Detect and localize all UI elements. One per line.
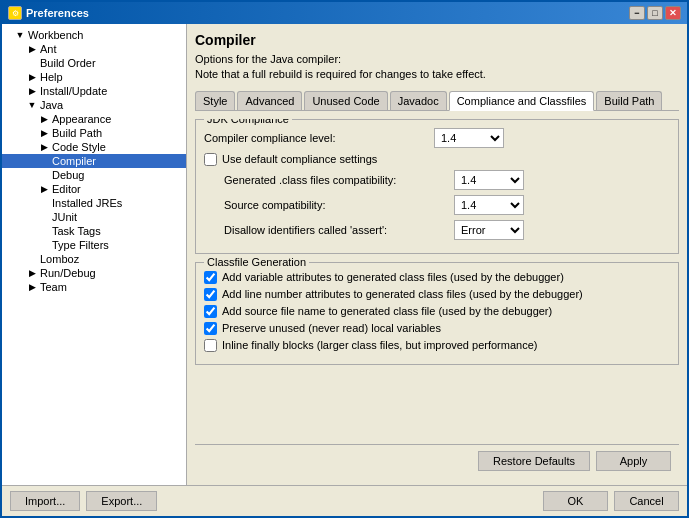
sidebar-item-label: Task Tags xyxy=(50,225,101,237)
sidebar-item-label: Install/Update xyxy=(38,85,107,97)
bottom-bar: Restore Defaults Apply xyxy=(195,444,679,477)
titlebar-left: ⚙ Preferences xyxy=(8,6,89,20)
panel-title: Compiler xyxy=(195,32,679,48)
classfile-option-3: Preserve unused (never read) local varia… xyxy=(204,322,670,335)
sidebar-item-build-order[interactable]: Build Order xyxy=(2,56,186,70)
panel-body: JDK Compliance Compiler compliance level… xyxy=(195,119,679,444)
classfile-option-4-checkbox[interactable] xyxy=(204,339,217,352)
classfile-option-0-checkbox[interactable] xyxy=(204,271,217,284)
cancel-button[interactable]: Cancel xyxy=(614,491,679,511)
tab-unused-code[interactable]: Unused Code xyxy=(304,91,387,110)
expander-icon: ▼ xyxy=(26,99,38,111)
disallow-label: Disallow identifiers called 'assert': xyxy=(224,224,454,236)
sidebar-item-type-filters[interactable]: Type Filters xyxy=(2,238,186,252)
sidebar-item-task-tags[interactable]: Task Tags xyxy=(2,224,186,238)
jdk-compliance-title: JDK Compliance xyxy=(204,119,292,125)
classfile-generation-group: Classfile Generation Add variable attrib… xyxy=(195,262,679,365)
export-button[interactable]: Export... xyxy=(86,491,157,511)
sidebar-item-ant[interactable]: ▶ Ant xyxy=(2,42,186,56)
sidebar-item-editor[interactable]: ▶ Editor xyxy=(2,182,186,196)
sidebar-item-help[interactable]: ▶ Help xyxy=(2,70,186,84)
titlebar: ⚙ Preferences − □ ✕ xyxy=(2,2,687,24)
titlebar-buttons: − □ ✕ xyxy=(629,6,681,20)
sidebar-item-debug[interactable]: Debug xyxy=(2,168,186,182)
sidebar-item-compiler[interactable]: Compiler xyxy=(2,154,186,168)
expander-icon: ▶ xyxy=(26,281,38,293)
classfile-option-2-checkbox[interactable] xyxy=(204,305,217,318)
classfile-option-4: Inline finally blocks (larger class file… xyxy=(204,339,670,352)
sidebar-item-team[interactable]: ▶ Team xyxy=(2,280,186,294)
jdk-compliance-group: JDK Compliance Compiler compliance level… xyxy=(195,119,679,254)
expander-icon: ▶ xyxy=(26,43,38,55)
window-title: Preferences xyxy=(26,7,89,19)
ok-button[interactable]: OK xyxy=(543,491,608,511)
sidebar-item-appearance[interactable]: ▶ Appearance xyxy=(2,112,186,126)
panel-description: Options for the Java compiler: Note that… xyxy=(195,52,679,83)
source-compat-select[interactable]: 1.4 1.3 1.5 xyxy=(454,195,524,215)
classfile-option-1: Add line number attributes to generated … xyxy=(204,288,670,301)
generated-select[interactable]: 1.4 1.3 1.5 xyxy=(454,170,524,190)
sidebar-item-build-path[interactable]: ▶ Build Path xyxy=(2,126,186,140)
maximize-button[interactable]: □ xyxy=(647,6,663,20)
expander-icon: ▶ xyxy=(38,113,50,125)
classfile-option-1-label: Add line number attributes to generated … xyxy=(222,288,583,300)
sidebar-item-label: Editor xyxy=(50,183,81,195)
sidebar-item-installed-jres[interactable]: Installed JREs xyxy=(2,196,186,210)
panel-desc-line1: Options for the Java compiler: xyxy=(195,53,341,65)
tab-compliance-classfiles[interactable]: Compliance and Classfiles xyxy=(449,91,595,111)
restore-defaults-button[interactable]: Restore Defaults xyxy=(478,451,590,471)
sidebar-item-label: Team xyxy=(38,281,67,293)
sidebar: ▼ Workbench ▶ Ant Build Order ▶ xyxy=(2,24,187,485)
use-default-compliance-label: Use default compliance settings xyxy=(222,153,377,165)
compliance-level-select[interactable]: 1.4 1.3 1.5 xyxy=(434,128,504,148)
expander-icon: ▶ xyxy=(26,85,38,97)
sidebar-item-label: Type Filters xyxy=(50,239,109,251)
sidebar-item-label: Debug xyxy=(50,169,84,181)
sidebar-item-lomboz[interactable]: Lomboz xyxy=(2,252,186,266)
classfile-option-3-checkbox[interactable] xyxy=(204,322,217,335)
right-panel: Compiler Options for the Java compiler: … xyxy=(187,24,687,485)
expander-placeholder xyxy=(38,239,50,251)
sidebar-item-label: JUnit xyxy=(50,211,77,223)
generated-label: Generated .class files compatibility: xyxy=(224,174,454,186)
use-default-compliance-checkbox[interactable] xyxy=(204,153,217,166)
expander-icon: ▶ xyxy=(26,267,38,279)
disallow-select[interactable]: Error Warning Ignore xyxy=(454,220,524,240)
footer-bar: Import... Export... OK Cancel xyxy=(2,485,687,516)
expander-placeholder xyxy=(38,197,50,209)
sidebar-item-label: Lomboz xyxy=(38,253,79,265)
generated-compatibility-row: Generated .class files compatibility: 1.… xyxy=(204,170,670,190)
main-content: ▼ Workbench ▶ Ant Build Order ▶ xyxy=(2,24,687,485)
import-button[interactable]: Import... xyxy=(10,491,80,511)
classfile-option-4-label: Inline finally blocks (larger class file… xyxy=(222,339,537,351)
tab-style[interactable]: Style xyxy=(195,91,235,110)
sidebar-item-junit[interactable]: JUnit xyxy=(2,210,186,224)
close-button[interactable]: ✕ xyxy=(665,6,681,20)
sidebar-item-workbench[interactable]: ▼ Workbench xyxy=(2,28,186,42)
sidebar-item-code-style[interactable]: ▶ Code Style xyxy=(2,140,186,154)
apply-button[interactable]: Apply xyxy=(596,451,671,471)
import-export-buttons: Import... Export... xyxy=(10,491,157,511)
compliance-level-row: Compiler compliance level: 1.4 1.3 1.5 xyxy=(204,128,670,148)
tab-build-path[interactable]: Build Path xyxy=(596,91,662,110)
sidebar-item-install-update[interactable]: ▶ Install/Update xyxy=(2,84,186,98)
use-default-compliance-row: Use default compliance settings xyxy=(204,153,670,166)
sidebar-item-java[interactable]: ▼ Java xyxy=(2,98,186,112)
sidebar-item-label: Run/Debug xyxy=(38,267,96,279)
classfile-option-2: Add source file name to generated class … xyxy=(204,305,670,318)
classfile-option-1-checkbox[interactable] xyxy=(204,288,217,301)
minimize-button[interactable]: − xyxy=(629,6,645,20)
preferences-window: ⚙ Preferences − □ ✕ ▼ Workbench ▶ Ant xyxy=(0,0,689,518)
sidebar-item-label: Code Style xyxy=(50,141,106,153)
tab-advanced[interactable]: Advanced xyxy=(237,91,302,110)
classfile-option-0-label: Add variable attributes to generated cla… xyxy=(222,271,564,283)
expander-placeholder xyxy=(38,211,50,223)
sidebar-item-label: Build Order xyxy=(38,57,96,69)
sidebar-item-run-debug[interactable]: ▶ Run/Debug xyxy=(2,266,186,280)
ok-cancel-buttons: OK Cancel xyxy=(543,491,679,511)
tab-javadoc[interactable]: Javadoc xyxy=(390,91,447,110)
classfile-option-0: Add variable attributes to generated cla… xyxy=(204,271,670,284)
disallow-row: Disallow identifiers called 'assert': Er… xyxy=(204,220,670,240)
window-icon: ⚙ xyxy=(8,6,22,20)
expander-placeholder xyxy=(38,155,50,167)
